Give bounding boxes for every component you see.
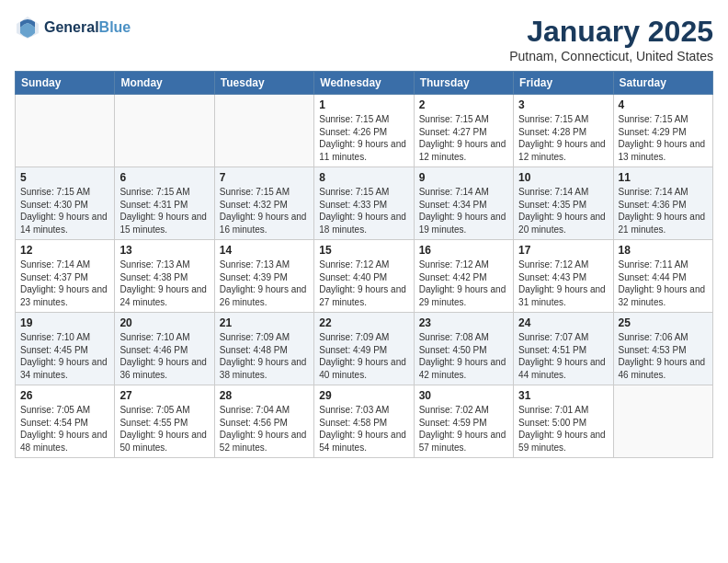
day-number: 23: [419, 316, 508, 329]
day-info: Sunrise: 7:05 AMSunset: 4:54 PMDaylight:…: [20, 404, 109, 454]
weekday-header-thursday: Thursday: [414, 72, 513, 95]
day-info: Sunrise: 7:13 AMSunset: 4:38 PMDaylight:…: [119, 259, 209, 308]
calendar-day-cell: 17Sunrise: 7:12 AMSunset: 4:43 PMDayligh…: [514, 240, 613, 313]
calendar-week-row: 12Sunrise: 7:14 AMSunset: 4:37 PMDayligh…: [16, 240, 713, 313]
day-number: 6: [119, 171, 209, 184]
day-info: Sunrise: 7:14 AMSunset: 4:34 PMDaylight:…: [419, 186, 508, 236]
day-number: 13: [119, 244, 209, 257]
day-number: 2: [419, 98, 508, 111]
calendar-day-cell: 28Sunrise: 7:04 AMSunset: 4:56 PMDayligh…: [214, 385, 313, 458]
calendar-day-cell: 15Sunrise: 7:12 AMSunset: 4:40 PMDayligh…: [314, 240, 414, 313]
calendar-day-cell: 16Sunrise: 7:12 AMSunset: 4:42 PMDayligh…: [414, 240, 513, 313]
calendar-day-cell: 5Sunrise: 7:15 AMSunset: 4:30 PMDaylight…: [16, 167, 115, 240]
day-number: 16: [419, 244, 508, 257]
day-number: 3: [518, 98, 608, 111]
day-number: 25: [619, 316, 708, 329]
weekday-header-sunday: Sunday: [16, 72, 115, 95]
day-number: 30: [419, 389, 508, 402]
day-info: Sunrise: 7:14 AMSunset: 4:36 PMDaylight:…: [619, 186, 708, 236]
calendar-day-cell: 22Sunrise: 7:09 AMSunset: 4:49 PMDayligh…: [314, 313, 414, 385]
day-info: Sunrise: 7:04 AMSunset: 4:56 PMDaylight:…: [220, 404, 309, 454]
logo: GeneralBlue: [15, 15, 131, 40]
logo-icon: [15, 15, 40, 40]
day-number: 26: [20, 389, 109, 402]
calendar-day-cell: 6Sunrise: 7:15 AMSunset: 4:31 PMDaylight…: [115, 167, 214, 240]
calendar-week-row: 5Sunrise: 7:15 AMSunset: 4:30 PMDaylight…: [16, 167, 713, 240]
location: Putnam, Connecticut, United States: [509, 49, 713, 63]
day-info: Sunrise: 7:07 AMSunset: 4:51 PMDaylight:…: [518, 331, 608, 381]
day-number: 29: [319, 389, 408, 402]
calendar-week-row: 1Sunrise: 7:15 AMSunset: 4:26 PMDaylight…: [16, 95, 713, 167]
weekday-header-wednesday: Wednesday: [314, 72, 414, 95]
day-info: Sunrise: 7:01 AMSunset: 5:00 PMDaylight:…: [518, 404, 608, 454]
weekday-header-friday: Friday: [514, 72, 613, 95]
calendar-day-cell: 27Sunrise: 7:05 AMSunset: 4:55 PMDayligh…: [115, 385, 214, 458]
calendar-day-cell: 4Sunrise: 7:15 AMSunset: 4:29 PMDaylight…: [613, 95, 712, 167]
day-info: Sunrise: 7:02 AMSunset: 4:59 PMDaylight:…: [419, 404, 508, 454]
day-number: 22: [319, 316, 408, 329]
calendar-day-cell: 8Sunrise: 7:15 AMSunset: 4:33 PMDaylight…: [314, 167, 414, 240]
weekday-header-row: SundayMondayTuesdayWednesdayThursdayFrid…: [16, 72, 713, 95]
calendar-day-cell: 23Sunrise: 7:08 AMSunset: 4:50 PMDayligh…: [414, 313, 513, 385]
calendar-day-cell: 18Sunrise: 7:11 AMSunset: 4:44 PMDayligh…: [613, 240, 712, 313]
calendar-empty-cell: [16, 95, 115, 167]
day-number: 24: [518, 316, 608, 329]
day-info: Sunrise: 7:08 AMSunset: 4:50 PMDaylight:…: [419, 331, 508, 381]
calendar-empty-cell: [613, 385, 712, 458]
calendar-day-cell: 13Sunrise: 7:13 AMSunset: 4:38 PMDayligh…: [115, 240, 214, 313]
day-info: Sunrise: 7:12 AMSunset: 4:42 PMDaylight:…: [419, 259, 508, 308]
day-number: 27: [119, 389, 209, 402]
day-info: Sunrise: 7:06 AMSunset: 4:53 PMDaylight:…: [619, 331, 708, 381]
day-info: Sunrise: 7:15 AMSunset: 4:26 PMDaylight:…: [319, 113, 408, 163]
calendar-day-cell: 24Sunrise: 7:07 AMSunset: 4:51 PMDayligh…: [514, 313, 613, 385]
day-info: Sunrise: 7:15 AMSunset: 4:33 PMDaylight:…: [319, 186, 408, 236]
day-number: 20: [119, 316, 209, 329]
day-info: Sunrise: 7:11 AMSunset: 4:44 PMDaylight:…: [619, 259, 708, 308]
day-info: Sunrise: 7:10 AMSunset: 4:45 PMDaylight:…: [20, 331, 109, 381]
weekday-header-tuesday: Tuesday: [214, 72, 313, 95]
calendar-day-cell: 3Sunrise: 7:15 AMSunset: 4:28 PMDaylight…: [514, 95, 613, 167]
day-number: 4: [619, 98, 708, 111]
logo-text: GeneralBlue: [44, 19, 131, 36]
calendar-empty-cell: [115, 95, 214, 167]
day-info: Sunrise: 7:09 AMSunset: 4:49 PMDaylight:…: [319, 331, 408, 381]
calendar-day-cell: 20Sunrise: 7:10 AMSunset: 4:46 PMDayligh…: [115, 313, 214, 385]
day-info: Sunrise: 7:12 AMSunset: 4:40 PMDaylight:…: [319, 259, 408, 308]
calendar-day-cell: 30Sunrise: 7:02 AMSunset: 4:59 PMDayligh…: [414, 385, 513, 458]
calendar-day-cell: 25Sunrise: 7:06 AMSunset: 4:53 PMDayligh…: [613, 313, 712, 385]
day-number: 12: [20, 244, 109, 257]
title-block: January 2025 Putnam, Connecticut, United…: [509, 15, 713, 63]
calendar-day-cell: 9Sunrise: 7:14 AMSunset: 4:34 PMDaylight…: [414, 167, 513, 240]
day-number: 7: [220, 171, 309, 184]
calendar-day-cell: 31Sunrise: 7:01 AMSunset: 5:00 PMDayligh…: [514, 385, 613, 458]
day-info: Sunrise: 7:13 AMSunset: 4:39 PMDaylight:…: [220, 259, 309, 308]
day-number: 5: [20, 171, 109, 184]
day-number: 21: [220, 316, 309, 329]
day-number: 1: [319, 98, 408, 111]
day-number: 31: [518, 389, 608, 402]
calendar-day-cell: 1Sunrise: 7:15 AMSunset: 4:26 PMDaylight…: [314, 95, 414, 167]
page-header: GeneralBlue January 2025 Putnam, Connect…: [15, 15, 713, 63]
calendar-day-cell: 19Sunrise: 7:10 AMSunset: 4:45 PMDayligh…: [16, 313, 115, 385]
day-info: Sunrise: 7:15 AMSunset: 4:31 PMDaylight:…: [119, 186, 209, 236]
day-info: Sunrise: 7:15 AMSunset: 4:28 PMDaylight:…: [518, 113, 608, 163]
day-info: Sunrise: 7:15 AMSunset: 4:32 PMDaylight:…: [220, 186, 309, 236]
day-number: 19: [20, 316, 109, 329]
day-number: 9: [419, 171, 508, 184]
month-title: January 2025: [509, 15, 713, 49]
calendar-day-cell: 11Sunrise: 7:14 AMSunset: 4:36 PMDayligh…: [613, 167, 712, 240]
calendar-week-row: 26Sunrise: 7:05 AMSunset: 4:54 PMDayligh…: [16, 385, 713, 458]
calendar-day-cell: 7Sunrise: 7:15 AMSunset: 4:32 PMDaylight…: [214, 167, 313, 240]
calendar-day-cell: 12Sunrise: 7:14 AMSunset: 4:37 PMDayligh…: [16, 240, 115, 313]
day-info: Sunrise: 7:14 AMSunset: 4:35 PMDaylight:…: [518, 186, 608, 236]
calendar-table: SundayMondayTuesdayWednesdayThursdayFrid…: [15, 71, 713, 458]
calendar-day-cell: 21Sunrise: 7:09 AMSunset: 4:48 PMDayligh…: [214, 313, 313, 385]
day-number: 17: [518, 244, 608, 257]
day-number: 10: [518, 171, 608, 184]
weekday-header-saturday: Saturday: [613, 72, 712, 95]
day-number: 11: [619, 171, 708, 184]
weekday-header-monday: Monday: [115, 72, 214, 95]
day-info: Sunrise: 7:09 AMSunset: 4:48 PMDaylight:…: [220, 331, 309, 381]
calendar-day-cell: 14Sunrise: 7:13 AMSunset: 4:39 PMDayligh…: [214, 240, 313, 313]
day-number: 8: [319, 171, 408, 184]
